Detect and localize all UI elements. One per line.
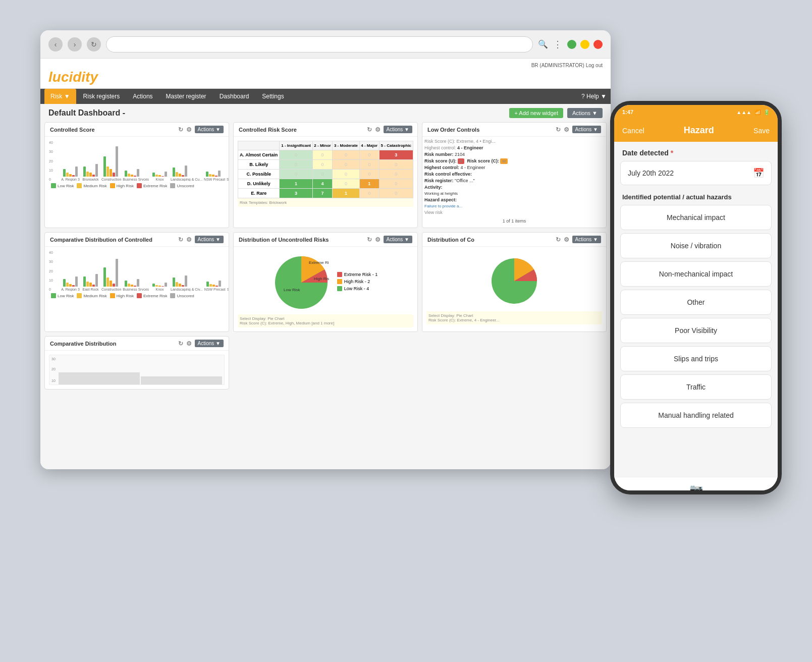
mobile-nav-bar: Cancel Hazard Save [614,119,778,142]
hazard-item-manual-handling[interactable]: Manual handling related [620,403,772,428]
risk-footer: Risk Templates: Brickwork [238,198,413,207]
nav-help[interactable]: ? Help ▼ [581,93,607,100]
dist-co-chart [489,256,539,306]
cancel-button[interactable]: Cancel [622,127,644,135]
user-name: BR (ADMINISTRATOR) Log out [531,63,603,68]
view-risk-link[interactable]: View risk [424,210,443,215]
settings-icon[interactable]: ⚙ [186,236,192,243]
widget-actions-button[interactable]: Actions ▼ [384,236,412,243]
hazard-item-poor-visibility[interactable]: Poor Visibility [620,318,772,343]
widget-actions-button[interactable]: Actions ▼ [195,236,224,243]
refresh-icon[interactable]: ↻ [367,126,372,133]
hazard-item-slips-trips[interactable]: Slips and trips [620,346,772,371]
refresh-icon[interactable]: ↻ [178,340,183,347]
date-value: July 20th 2022 [628,169,674,177]
widget-comp-dist-body: 30 20 10 [45,351,229,389]
widget-controlled-risk-score-header: Controlled Risk Score ↻ ⚙ Actions ▼ [234,123,417,137]
red-dot [593,40,603,49]
mobile-status-icons: ▲▲▲ 📶 🔋 [736,109,770,115]
address-bar[interactable] [106,36,533,52]
add-widget-button[interactable]: + Add new widget [509,108,563,118]
window-controls [567,40,603,49]
widget-controlled-score-header: Controlled Score ↻ ⚙ Actions ▼ [45,123,229,137]
refresh-button[interactable]: ↻ [87,37,101,51]
required-marker: * [671,149,673,157]
menu-dots-icon[interactable]: ⋮ [553,39,562,50]
svg-text:Extreme Risk: Extreme Risk [309,260,329,265]
nav-actions[interactable]: Actions [127,89,158,104]
nav-risk[interactable]: Risk ▼ [44,89,76,104]
mobile-content: Date detected * July 20th 2022 📅 Identif… [614,142,778,477]
dashboard-actions-button[interactable]: Actions ▼ [567,108,603,118]
widget-controlled-risk-score-body: 1 - Insignificant 2 - Minor 3 - Moderate… [234,137,417,211]
svg-text:High Risk: High Risk [314,277,329,281]
widget-actions-button[interactable]: Actions ▼ [195,340,224,347]
date-section-header: Date detected * [614,142,778,161]
settings-icon[interactable]: ⚙ [564,236,569,243]
browser-window: ‹ › ↻ 🔍 ⋮ BR (ADMINISTRATOR) Log out luc… [40,30,611,469]
widget-actions-button[interactable]: Actions ▼ [195,126,224,133]
hazard-item-traffic[interactable]: Traffic [620,374,772,400]
dashboard-toolbar: Default Dashboard - + Add new widget Act… [40,104,611,122]
controlled-score-chart: 403020100 [49,141,225,181]
nav-risk-registers[interactable]: Risk registers [77,89,126,104]
dist-co-footer: Select Display: Pie Chart Risk Score (C)… [426,311,602,324]
widget-distribution-co: Distribution of Co ↻ ⚙ Actions ▼ [422,232,607,332]
hazard-item-noise-vibration[interactable]: Noise / vibration [620,233,772,258]
refresh-icon[interactable]: ↻ [367,236,372,243]
dashboard-title: Default Dashboard - [48,108,125,118]
bar-chart-grid: A. Region 3 East Rock [59,251,225,291]
widget-low-order-controls-header: Low Order Controls ↻ ⚙ Actions ▼ [422,123,606,137]
forward-button[interactable]: › [68,37,82,51]
search-icon: 🔍 [538,39,548,49]
nav-dashboard[interactable]: Dashboard [213,89,255,104]
pie-chart: Low Risk Extreme Risk High Risk [274,255,329,310]
date-field[interactable]: July 20th 2022 📅 [620,161,772,185]
nav-master-register[interactable]: Master register [160,89,212,104]
comp-dist-chart: 403020100 A. R [49,251,225,291]
widget-controlled-score-body: 403020100 [45,137,229,194]
hazard-item-non-mechanical-impact[interactable]: Non-mechanical impact [620,261,772,287]
refresh-icon[interactable]: ↻ [178,236,183,243]
mobile-time: 1:47 [622,109,633,115]
pie-legend: Extreme Risk - 1 High Risk - 2 Low Risk … [337,272,378,293]
camera-icon[interactable]: 📷 [689,483,703,494]
mobile-device: 1:47 ▲▲▲ 📶 🔋 Cancel Hazard Save Date det… [610,101,782,494]
nav-bar: Risk ▼ Risk registers Actions Master reg… [40,89,611,104]
settings-icon[interactable]: ⚙ [375,236,381,243]
settings-icon[interactable]: ⚙ [564,126,569,133]
widget-uncontrolled-risks-header: Distribution of Uncontrolled Risks ↻ ⚙ A… [234,233,417,247]
widget-comp-dist-controlled-body: 403020100 A. R [45,247,229,304]
widget-uncontrolled-risks-body: Low Risk Extreme Risk High Risk Extreme … [234,247,417,332]
mobile-status-bar: 1:47 ▲▲▲ 📶 🔋 [614,105,778,119]
dashboard-grid: Controlled Score ↻ ⚙ Actions ▼ 403020100 [40,122,611,394]
widget-actions-button[interactable]: Actions ▼ [384,126,412,133]
settings-icon[interactable]: ⚙ [186,126,192,133]
svg-text:Low Risk: Low Risk [284,288,300,292]
toolbar-right: + Add new widget Actions ▼ [509,108,603,118]
settings-icon[interactable]: ⚙ [186,340,192,347]
hazard-item-mechanical-impact[interactable]: Mechanical impact [620,205,772,230]
refresh-icon[interactable]: ↻ [556,236,561,243]
risk-footer: Select Display: Pie Chart Risk Score (C)… [238,314,413,327]
widget-actions-button[interactable]: Actions ▼ [572,126,601,133]
battery-icon: 🔋 [764,109,770,115]
app-header: BR (ADMINISTRATOR) Log out lucidity [40,59,611,89]
back-button[interactable]: ‹ [48,37,63,51]
widget-comparative-distribution-controlled: Comparative Distribution of Controlled ↻… [44,232,229,332]
signal-icon: ▲▲▲ [736,109,751,115]
pie-chart-container: Low Risk Extreme Risk High Risk Extreme … [238,251,413,314]
widget-controlled-score: Controlled Score ↻ ⚙ Actions ▼ 403020100 [44,122,229,228]
pagination: 1 of 1 items [424,216,604,226]
save-button[interactable]: Save [753,127,770,135]
refresh-icon[interactable]: ↻ [556,126,561,133]
nav-settings[interactable]: Settings [256,89,290,104]
widget-controlled-risk-score: Controlled Risk Score ↻ ⚙ Actions ▼ 1 - … [233,122,418,228]
mobile-bottom-bar: 📷 Add photo [614,477,778,494]
refresh-icon[interactable]: ↻ [178,126,183,133]
widget-actions-button[interactable]: Actions ▼ [572,236,601,243]
chart-legend: Low Risk Medium Risk High Risk Extreme R… [49,291,225,300]
hazard-item-other[interactable]: Other [620,290,772,315]
browser-toolbar: ‹ › ↻ 🔍 ⋮ [40,30,611,59]
settings-icon[interactable]: ⚙ [375,126,381,133]
